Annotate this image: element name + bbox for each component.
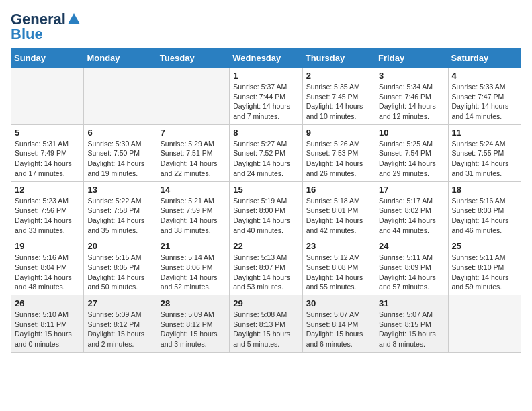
day-number: 7 (161, 128, 226, 138)
day-number: 13 (87, 185, 152, 195)
calendar-day-cell: 20Sunrise: 5:15 AMSunset: 8:05 PMDayligh… (84, 238, 157, 295)
day-info: Sunrise: 5:09 AMSunset: 8:12 PMDaylight:… (161, 310, 226, 349)
calendar-day-cell: 26Sunrise: 5:10 AMSunset: 8:11 PMDayligh… (11, 295, 84, 353)
day-info: Sunrise: 5:27 AMSunset: 7:52 PMDaylight:… (233, 139, 298, 179)
day-of-week-header: Sunday (11, 49, 84, 68)
day-number: 5 (15, 128, 80, 138)
calendar-day-cell: 12Sunrise: 5:23 AMSunset: 7:56 PMDayligh… (11, 181, 84, 238)
calendar-day-cell: 30Sunrise: 5:07 AMSunset: 8:14 PMDayligh… (302, 295, 375, 353)
day-info: Sunrise: 5:16 AMSunset: 8:03 PMDaylight:… (452, 196, 517, 236)
day-number: 25 (452, 241, 517, 251)
day-info: Sunrise: 5:12 AMSunset: 8:08 PMDaylight:… (306, 253, 371, 292)
calendar-day-cell: 3Sunrise: 5:34 AMSunset: 7:46 PMDaylight… (375, 68, 448, 125)
calendar-day-cell: 25Sunrise: 5:11 AMSunset: 8:10 PMDayligh… (448, 238, 521, 295)
calendar-day-cell: 18Sunrise: 5:16 AMSunset: 8:03 PMDayligh… (448, 181, 521, 238)
day-info: Sunrise: 5:11 AMSunset: 8:10 PMDaylight:… (452, 253, 517, 292)
day-number: 12 (15, 185, 80, 195)
day-number: 18 (452, 185, 517, 195)
calendar-day-cell (84, 68, 157, 125)
day-number: 14 (161, 185, 226, 195)
day-number: 29 (233, 298, 298, 308)
day-info: Sunrise: 5:21 AMSunset: 7:59 PMDaylight:… (161, 196, 226, 236)
day-number: 30 (306, 298, 371, 308)
day-number: 28 (161, 298, 226, 308)
calendar-day-cell: 28Sunrise: 5:09 AMSunset: 8:12 PMDayligh… (157, 295, 229, 353)
calendar-day-cell: 22Sunrise: 5:13 AMSunset: 8:07 PMDayligh… (230, 238, 302, 295)
day-info: Sunrise: 5:18 AMSunset: 8:01 PMDaylight:… (306, 196, 371, 236)
day-info: Sunrise: 5:22 AMSunset: 7:58 PMDaylight:… (87, 196, 152, 236)
calendar-table: SundayMondayTuesdayWednesdayThursdayFrid… (11, 48, 521, 353)
day-number: 27 (87, 298, 152, 308)
calendar-day-cell: 4Sunrise: 5:33 AMSunset: 7:47 PMDaylight… (448, 68, 521, 125)
day-number: 11 (452, 128, 517, 138)
day-of-week-header: Thursday (302, 49, 375, 68)
calendar-day-cell: 11Sunrise: 5:24 AMSunset: 7:55 PMDayligh… (448, 124, 521, 181)
day-info: Sunrise: 5:09 AMSunset: 8:12 PMDaylight:… (87, 310, 152, 349)
logo-blue: Blue (11, 26, 43, 43)
day-info: Sunrise: 5:07 AMSunset: 8:14 PMDaylight:… (306, 310, 371, 349)
calendar-week-row: 5Sunrise: 5:31 AMSunset: 7:49 PMDaylight… (11, 124, 521, 181)
svg-marker-0 (68, 13, 80, 24)
day-number: 17 (379, 185, 444, 195)
calendar-day-cell (11, 68, 84, 125)
day-number: 1 (233, 71, 298, 81)
day-number: 3 (379, 71, 444, 81)
day-of-week-header: Friday (375, 49, 448, 68)
calendar-day-cell: 1Sunrise: 5:37 AMSunset: 7:44 PMDaylight… (230, 68, 302, 125)
calendar-week-row: 1Sunrise: 5:37 AMSunset: 7:44 PMDaylight… (11, 68, 521, 125)
calendar-day-cell: 19Sunrise: 5:16 AMSunset: 8:04 PMDayligh… (11, 238, 84, 295)
day-info: Sunrise: 5:26 AMSunset: 7:53 PMDaylight:… (306, 139, 371, 179)
day-number: 22 (233, 241, 298, 251)
day-info: Sunrise: 5:35 AMSunset: 7:45 PMDaylight:… (306, 82, 371, 122)
day-info: Sunrise: 5:25 AMSunset: 7:54 PMDaylight:… (379, 139, 444, 179)
calendar-day-cell: 9Sunrise: 5:26 AMSunset: 7:53 PMDaylight… (302, 124, 375, 181)
calendar-day-cell: 24Sunrise: 5:11 AMSunset: 8:09 PMDayligh… (375, 238, 448, 295)
calendar-day-cell: 15Sunrise: 5:19 AMSunset: 8:00 PMDayligh… (230, 181, 302, 238)
calendar-day-cell: 5Sunrise: 5:31 AMSunset: 7:49 PMDaylight… (11, 124, 84, 181)
day-number: 16 (306, 185, 371, 195)
day-info: Sunrise: 5:24 AMSunset: 7:55 PMDaylight:… (452, 139, 517, 179)
day-number: 23 (306, 241, 371, 251)
day-number: 9 (306, 128, 371, 138)
calendar-day-cell: 16Sunrise: 5:18 AMSunset: 8:01 PMDayligh… (302, 181, 375, 238)
day-number: 8 (233, 128, 298, 138)
calendar-day-cell: 6Sunrise: 5:30 AMSunset: 7:50 PMDaylight… (84, 124, 157, 181)
day-info: Sunrise: 5:07 AMSunset: 8:15 PMDaylight:… (379, 310, 444, 349)
calendar-day-cell: 23Sunrise: 5:12 AMSunset: 8:08 PMDayligh… (302, 238, 375, 295)
day-info: Sunrise: 5:11 AMSunset: 8:09 PMDaylight:… (379, 253, 444, 292)
day-info: Sunrise: 5:34 AMSunset: 7:46 PMDaylight:… (379, 82, 444, 122)
day-number: 26 (15, 298, 80, 308)
header: General Blue (11, 11, 521, 43)
calendar-day-cell (157, 68, 229, 125)
day-of-week-header: Wednesday (230, 49, 302, 68)
day-info: Sunrise: 5:15 AMSunset: 8:05 PMDaylight:… (87, 253, 152, 292)
calendar-day-cell: 10Sunrise: 5:25 AMSunset: 7:54 PMDayligh… (375, 124, 448, 181)
calendar-day-cell: 27Sunrise: 5:09 AMSunset: 8:12 PMDayligh… (84, 295, 157, 353)
day-number: 4 (452, 71, 517, 81)
calendar-day-cell: 21Sunrise: 5:14 AMSunset: 8:06 PMDayligh… (157, 238, 229, 295)
day-of-week-header: Saturday (448, 49, 521, 68)
day-of-week-header: Tuesday (157, 49, 229, 68)
day-number: 31 (379, 298, 444, 308)
day-number: 6 (87, 128, 152, 138)
day-of-week-header: Monday (84, 49, 157, 68)
calendar-day-cell: 7Sunrise: 5:29 AMSunset: 7:51 PMDaylight… (157, 124, 229, 181)
calendar-week-row: 26Sunrise: 5:10 AMSunset: 8:11 PMDayligh… (11, 295, 521, 353)
day-info: Sunrise: 5:30 AMSunset: 7:50 PMDaylight:… (87, 139, 152, 179)
day-number: 21 (161, 241, 226, 251)
calendar-day-cell: 14Sunrise: 5:21 AMSunset: 7:59 PMDayligh… (157, 181, 229, 238)
day-info: Sunrise: 5:14 AMSunset: 8:06 PMDaylight:… (161, 253, 226, 292)
calendar-day-cell: 31Sunrise: 5:07 AMSunset: 8:15 PMDayligh… (375, 295, 448, 353)
day-info: Sunrise: 5:16 AMSunset: 8:04 PMDaylight:… (15, 253, 80, 292)
day-info: Sunrise: 5:33 AMSunset: 7:47 PMDaylight:… (452, 82, 517, 122)
day-number: 19 (15, 241, 80, 251)
calendar-day-cell (448, 295, 521, 353)
day-number: 10 (379, 128, 444, 138)
day-info: Sunrise: 5:10 AMSunset: 8:11 PMDaylight:… (15, 310, 80, 349)
day-info: Sunrise: 5:31 AMSunset: 7:49 PMDaylight:… (15, 139, 80, 179)
day-info: Sunrise: 5:13 AMSunset: 8:07 PMDaylight:… (233, 253, 298, 292)
day-info: Sunrise: 5:19 AMSunset: 8:00 PMDaylight:… (233, 196, 298, 236)
calendar-day-cell: 17Sunrise: 5:17 AMSunset: 8:02 PMDayligh… (375, 181, 448, 238)
calendar-week-row: 12Sunrise: 5:23 AMSunset: 7:56 PMDayligh… (11, 181, 521, 238)
calendar-day-cell: 13Sunrise: 5:22 AMSunset: 7:58 PMDayligh… (84, 181, 157, 238)
